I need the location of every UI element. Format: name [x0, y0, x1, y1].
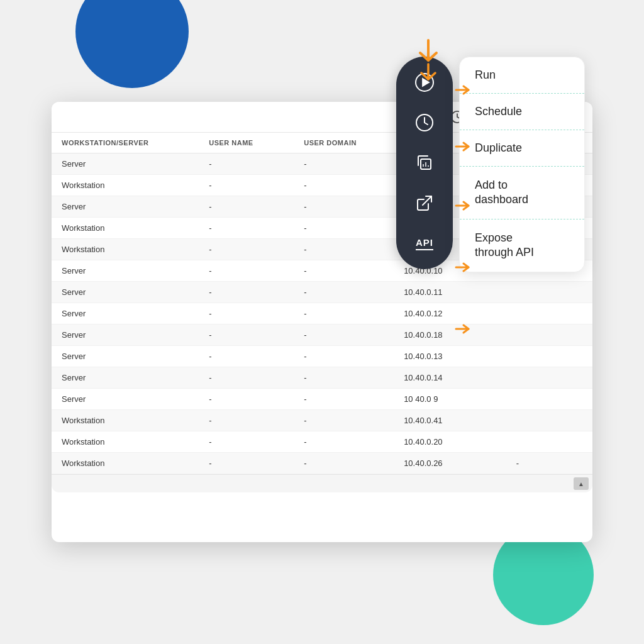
cell-username: -: [199, 453, 294, 474]
cell-ip: 10.40.0.20: [394, 431, 506, 453]
cell-username: -: [199, 218, 294, 239]
cell-workstation: Workstation: [52, 218, 199, 239]
pill-dashboard-icon[interactable]: [410, 189, 439, 218]
cell-workstation: Workstation: [52, 239, 199, 260]
cell-domain: -: [294, 282, 394, 303]
cell-domain: -: [294, 303, 394, 325]
cell-domain: -: [294, 239, 394, 260]
cell-ip: 10 40.0 9: [394, 389, 506, 410]
cell-iploc: -: [506, 453, 592, 474]
arrow-duplicate: [455, 200, 472, 214]
cell-workstation: Server: [52, 153, 199, 175]
cell-domain: -: [294, 325, 394, 346]
cell-ip: 10.40.0.41: [394, 410, 506, 431]
cell-iploc: [506, 367, 592, 389]
table-row[interactable]: Workstation - - 10.40.0.41: [52, 410, 592, 431]
cell-ip: 10.40.0.14: [394, 367, 506, 389]
cell-workstation: Server: [52, 260, 199, 282]
cell-workstation: Workstation: [52, 431, 199, 453]
cell-username: -: [199, 175, 294, 196]
cell-iploc: [506, 410, 592, 431]
pill-api-label: API: [416, 237, 433, 248]
cell-ip: 10.40.0.18: [394, 325, 506, 346]
cell-username: -: [199, 282, 294, 303]
cell-username: -: [199, 431, 294, 453]
cell-username: -: [199, 389, 294, 410]
cell-username: -: [199, 153, 294, 175]
cell-iploc: [506, 346, 592, 367]
option-run[interactable]: Run: [460, 57, 584, 94]
option-api[interactable]: Expose through API: [460, 219, 584, 272]
cell-username: -: [199, 367, 294, 389]
cell-iploc: [506, 282, 592, 303]
cell-workstation: Server: [52, 196, 199, 218]
arrow-down-indicator: [416, 39, 440, 86]
scroll-up-button[interactable]: ▲: [574, 477, 589, 490]
arrow-schedule: [455, 141, 472, 155]
cell-workstation: Server: [52, 303, 199, 325]
cell-workstation: Server: [52, 282, 199, 303]
table-row[interactable]: Server - - 10.40.0.18: [52, 325, 592, 346]
table-row[interactable]: Workstation - - 10.40.0.20: [52, 431, 592, 453]
table-row[interactable]: Server - - 10.40.0.11: [52, 282, 592, 303]
cell-iploc: [506, 431, 592, 453]
cell-ip: 10.40.0.26: [394, 453, 506, 474]
cell-domain: -: [294, 431, 394, 453]
arrow-dashboard: [455, 262, 472, 275]
pill-schedule-icon[interactable]: [410, 108, 439, 137]
cell-username: -: [199, 303, 294, 325]
cell-domain: -: [294, 175, 394, 196]
cell-domain: -: [294, 218, 394, 239]
pill-duplicate-icon[interactable]: [410, 148, 439, 177]
table-row[interactable]: Server - - 10 40.0 9: [52, 389, 592, 410]
cell-domain: -: [294, 196, 394, 218]
action-pill-menu: API: [396, 57, 453, 269]
cell-username: -: [199, 410, 294, 431]
cell-username: -: [199, 196, 294, 218]
cell-domain: -: [294, 367, 394, 389]
option-dashboard[interactable]: Add to dashboard: [460, 167, 584, 219]
scrollbar-area: ▲: [52, 474, 592, 492]
cell-workstation: Server: [52, 389, 199, 410]
table-row[interactable]: Server - - 10.40.0.14: [52, 367, 592, 389]
cell-workstation: Workstation: [52, 410, 199, 431]
cell-workstation: Workstation: [52, 175, 199, 196]
cell-domain: -: [294, 346, 394, 367]
api-underline-decoration: [416, 249, 433, 250]
cell-iploc: [506, 389, 592, 410]
cell-workstation: Workstation: [52, 453, 199, 474]
option-duplicate[interactable]: Duplicate: [460, 130, 584, 167]
col-header-workstation: WORKSTATION/SERVER: [52, 133, 199, 153]
col-header-username: USER NAME: [199, 133, 294, 153]
cell-ip: 10.40.0.11: [394, 282, 506, 303]
cell-workstation: Server: [52, 346, 199, 367]
cell-ip: 10.40.0.12: [394, 303, 506, 325]
cell-workstation: Server: [52, 367, 199, 389]
arrow-api: [455, 323, 472, 337]
arrow-run: [455, 84, 472, 98]
pill-api-icon[interactable]: API: [410, 229, 439, 258]
table-row[interactable]: Server - - 10.40.0.12: [52, 303, 592, 325]
option-schedule[interactable]: Schedule: [460, 94, 584, 130]
cell-domain: -: [294, 389, 394, 410]
cell-username: -: [199, 325, 294, 346]
cell-username: -: [199, 346, 294, 367]
col-header-domain: USER DOMAIN: [294, 133, 394, 153]
cell-username: -: [199, 260, 294, 282]
table-row[interactable]: Server - - 10.40.0.13: [52, 346, 592, 367]
table-row[interactable]: Workstation - - 10.40.0.26 -: [52, 453, 592, 474]
options-panel: Run Schedule Duplicate Add to dashboard …: [459, 57, 585, 272]
cell-username: -: [199, 239, 294, 260]
cell-domain: -: [294, 153, 394, 175]
cell-domain: -: [294, 453, 394, 474]
blue-decorative-circle: [75, 0, 189, 88]
cell-domain: -: [294, 260, 394, 282]
cell-workstation: Server: [52, 325, 199, 346]
cell-ip: 10.40.0.13: [394, 346, 506, 367]
cell-iploc: [506, 303, 592, 325]
cell-iploc: [506, 325, 592, 346]
cell-domain: -: [294, 410, 394, 431]
